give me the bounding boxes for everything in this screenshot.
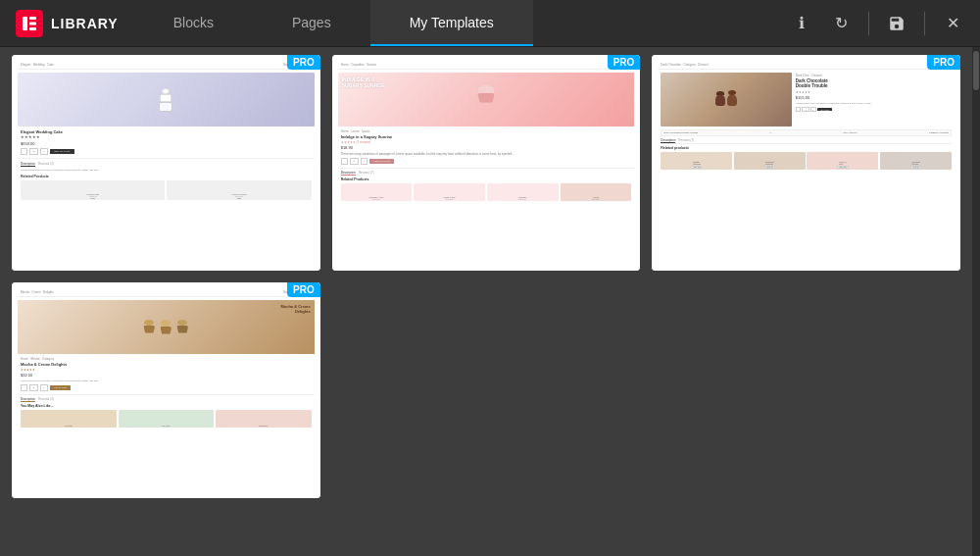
tab-blocks[interactable]: Blocks [134,0,253,46]
header: LIBRARY Blocks Pages My Templates ℹ ↻ ✕ [0,0,980,47]
template-card-sugary-sunrise[interactable]: PRO Home · Cupcakes · Sunrise Home Shop [332,55,641,271]
header-divider-2 [924,12,925,35]
svg-rect-0 [23,17,27,30]
content-area: PRO Elegant · Wedding · Cake Home Shop A… [0,47,980,556]
logo: LIBRARY [0,10,134,37]
tab-pages[interactable]: Pages [253,0,370,46]
header-divider [868,12,869,35]
elementor-logo-icon [16,10,43,37]
scrollbar-thumb[interactable] [973,51,979,90]
header-actions: ℹ ↻ ✕ [774,8,980,39]
pro-badge-4: PRO [287,282,320,297]
card-preview-wedding-cake: Elegant · Wedding · Cake Home Shop About [12,55,320,271]
card-preview-mocha: Mocha · Creme · Delights Home Shop About [12,282,320,498]
svg-rect-1 [29,17,36,20]
pro-badge: PRO [287,55,320,70]
close-button[interactable]: ✕ [937,8,968,39]
scrollbar[interactable] [972,47,980,556]
refresh-button[interactable]: ↻ [825,8,857,39]
tab-bar: Blocks Pages My Templates [134,0,774,46]
card-preview-chocolate: Dark Chocolate · Category · Dessert Home… [652,55,960,271]
templates-grid: PRO Elegant · Wedding · Cake Home Shop A… [0,47,972,556]
template-card-dark-chocolate[interactable]: PRO Dark Chocolate · Category · Dessert … [652,55,960,271]
save-button[interactable] [881,8,912,39]
pro-badge-3: PRO [927,55,960,70]
template-card-mocha-creme[interactable]: PRO Mocha · Creme · Delights Home Shop A… [12,282,320,498]
card-preview-sugary: Home · Cupcakes · Sunrise Home Shop [332,55,641,271]
template-card-wedding-cake[interactable]: PRO Elegant · Wedding · Cake Home Shop A… [12,55,320,271]
svg-rect-2 [29,22,36,25]
pro-badge-2: PRO [608,55,641,70]
info-button[interactable]: ℹ [786,8,817,39]
tab-my-templates[interactable]: My Templates [370,0,533,46]
svg-rect-3 [29,27,36,30]
logo-text: LIBRARY [51,16,119,31]
